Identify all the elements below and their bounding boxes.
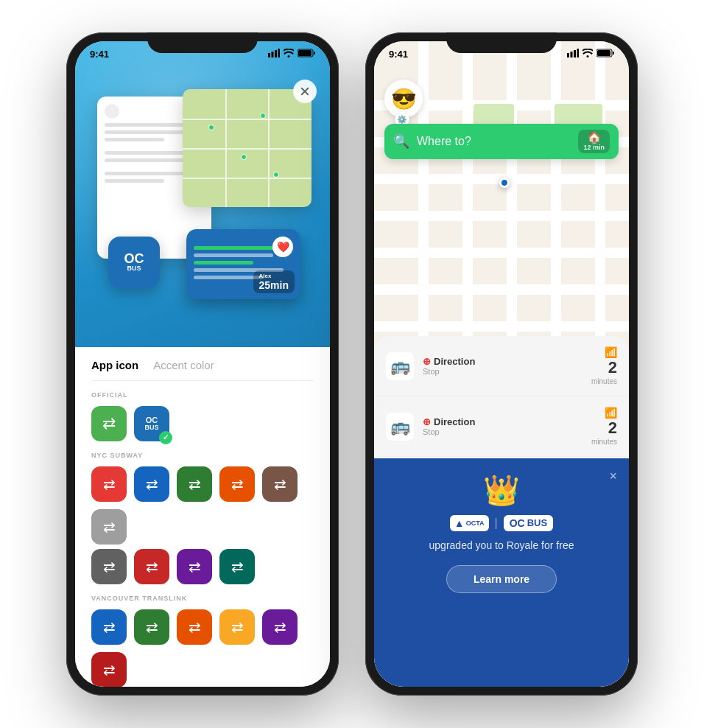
icon-nyc-3[interactable]: ⇄	[177, 466, 212, 502]
street-h-5	[374, 248, 629, 258]
row-time-1: 📶 2 minutes	[591, 346, 617, 385]
p2-promo-description: upgraded you to Royale for free	[429, 539, 574, 553]
p1-alex-badge: Alex 25min	[253, 270, 295, 293]
p2-bottom-panel: 🚌 Direction Stop 📶 2 minutes 🚌	[374, 336, 629, 687]
p1-bottom: App icon Accent color OFFICIAL ⇄ OC BUS	[75, 347, 330, 687]
svg-rect-2	[275, 50, 277, 57]
status-icons-1	[268, 49, 315, 57]
p1-mockup-container: OC BUS ❤️	[90, 82, 315, 332]
tab-app-icon[interactable]: App icon	[91, 359, 138, 371]
p1-hero: OC BUS ❤️	[75, 41, 330, 351]
p2-octa-logo: ▲ OCTA	[450, 515, 489, 531]
p2-status-icons	[567, 49, 614, 57]
nyc-icons-row-2: ⇄ ⇄ ⇄ ⇄	[91, 549, 314, 584]
street-h-7	[374, 321, 629, 332]
wifi-icon-1	[284, 49, 294, 57]
icon-van-1[interactable]: ⇄	[91, 609, 127, 645]
p1-map-grid	[183, 89, 311, 207]
p2-home-badge: 🏠 12 min	[578, 130, 610, 153]
icon-nyc-8[interactable]: ⇄	[134, 549, 169, 584]
row-info-2: Direction Stop	[423, 416, 591, 436]
search-icon-2: 🔍	[393, 133, 409, 150]
street-v-2	[462, 41, 473, 358]
icon-van-5[interactable]: ⇄	[262, 609, 298, 645]
p1-alex-name: Alex	[259, 273, 289, 279]
p1-transit-card: ❤️ Alex 25min	[186, 229, 300, 299]
transit-row-2[interactable]: 🚌 Direction Stop 📶 2 minutes	[374, 396, 629, 457]
section-official: OFFICIAL	[91, 391, 314, 399]
time-num-2: 2	[591, 419, 617, 438]
transit-row-1[interactable]: 🚌 Direction Stop 📶 2 minutes	[374, 336, 629, 396]
p1-line-7	[105, 179, 164, 183]
p2-octa-text: ▲	[454, 517, 465, 529]
vancouver-icons-row: ⇄ ⇄ ⇄ ⇄ ⇄ ⇄	[91, 609, 314, 687]
nyc-icons-row-1: ⇄ ⇄ ⇄ ⇄ ⇄ ⇄	[91, 466, 314, 545]
svg-rect-7	[567, 53, 569, 57]
home-icon: 🏠	[587, 132, 602, 144]
p1-panel-avatar	[105, 104, 119, 119]
home-time: 12 min	[583, 144, 605, 151]
signal-icon-2	[567, 49, 579, 57]
p2-search-bar[interactable]: 🔍 Where to? 🏠 12 min	[384, 124, 619, 159]
svg-rect-0	[268, 53, 270, 57]
phone-1-inner: 9:41	[75, 41, 330, 687]
p1-close-button[interactable]	[293, 80, 317, 103]
time-unit-1: minutes	[591, 377, 617, 385]
time-unit-2: minutes	[591, 438, 617, 446]
icon-van-2[interactable]: ⇄	[134, 609, 169, 645]
svg-rect-8	[571, 52, 573, 57]
svg-rect-3	[278, 49, 281, 57]
row-direction-2: Direction	[423, 416, 591, 427]
p1-ocbus-text: BUS	[127, 265, 141, 273]
time-num-1: 2	[591, 358, 617, 377]
street-v-4	[551, 41, 561, 358]
icon-van-4[interactable]: ⇄	[219, 609, 255, 645]
p1-line-3	[105, 138, 164, 141]
status-time-1: 9:41	[90, 49, 109, 60]
p1-ocbus-large-icon: OC BUS	[108, 237, 160, 288]
p2-ocbus-bus: BUS	[527, 518, 547, 528]
p2-search-text: Where to?	[417, 135, 578, 148]
phone-2-inner: 9:41 😎 ⚙️ 🔍 Where to?	[374, 41, 629, 687]
street-v-3	[507, 41, 517, 358]
map-dot-1	[208, 125, 214, 130]
street-h-4	[374, 211, 629, 221]
svg-rect-1	[272, 52, 274, 57]
icon-van-3[interactable]: ⇄	[177, 609, 212, 645]
map-dot-2	[241, 154, 247, 160]
p2-blue-dot	[499, 178, 510, 188]
wifi-signal-2: 📶	[591, 407, 617, 419]
p2-ocbus-logo: OC BUS	[504, 515, 553, 531]
map-dot-3	[260, 113, 266, 119]
notch-2	[446, 32, 557, 53]
p2-promo-close[interactable]: ×	[609, 469, 617, 484]
icon-nyc-4[interactable]: ⇄	[219, 466, 255, 502]
svg-rect-12	[597, 50, 610, 56]
learn-more-button[interactable]: Learn more	[446, 565, 557, 593]
phone-2: 9:41 😎 ⚙️ 🔍 Where to?	[365, 32, 638, 696]
p1-alex-time: 25min	[259, 279, 289, 291]
tab-accent-color[interactable]: Accent color	[153, 359, 214, 371]
p2-logos: ▲ OCTA | OC BUS	[450, 515, 553, 531]
p2-octa-label: OCTA	[466, 519, 485, 527]
battery-icon-2	[596, 49, 614, 57]
svg-rect-13	[613, 52, 614, 55]
icon-nyc-2[interactable]: ⇄	[134, 466, 169, 502]
icon-ocbus-app[interactable]: OC BUS	[134, 406, 169, 441]
icon-nyc-7[interactable]: ⇄	[91, 549, 127, 584]
p1-map-panel	[183, 89, 311, 207]
row-direction-1: Direction	[423, 356, 591, 367]
icon-transit-app[interactable]: ⇄	[91, 406, 127, 441]
icon-nyc-5[interactable]: ⇄	[262, 466, 298, 502]
icon-nyc-10[interactable]: ⇄	[219, 549, 255, 584]
icon-van-6[interactable]: ⇄	[91, 652, 127, 687]
bus-icon-1: 🚌	[386, 352, 414, 380]
phone1-content: 9:41	[75, 41, 330, 687]
icon-nyc-6[interactable]: ⇄	[91, 509, 127, 545]
crown-icon: 👑	[483, 473, 520, 508]
p1-t-line-2	[194, 253, 273, 257]
separator-icon: |	[495, 517, 498, 530]
row-stop-2: Stop	[423, 427, 591, 436]
icon-nyc-9[interactable]: ⇄	[177, 549, 212, 584]
icon-nyc-1[interactable]: ⇄	[91, 466, 127, 502]
